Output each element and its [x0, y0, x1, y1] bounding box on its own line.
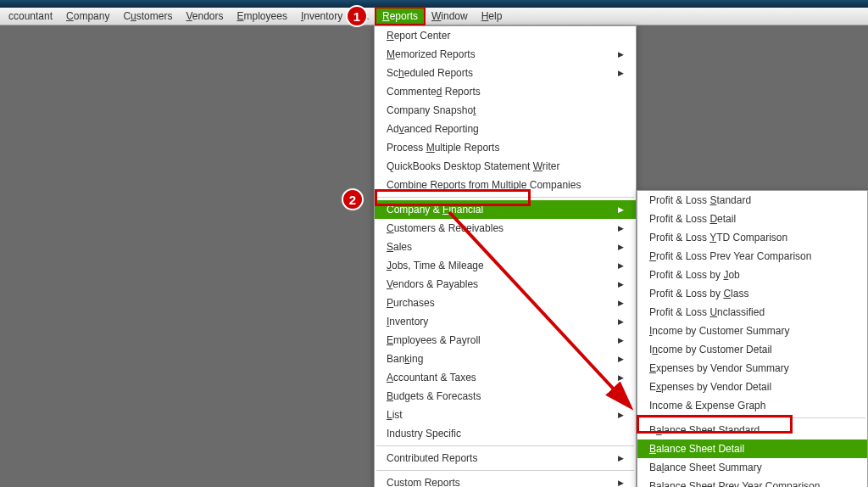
reports-custom-reports[interactable]: Custom Reports▶ — [375, 473, 636, 487]
reports-industry-specific[interactable]: Industry Specific — [375, 424, 636, 443]
menu-item-label: Customers & Receivables — [387, 222, 618, 234]
menu-company[interactable]: Company — [59, 8, 116, 25]
cf-profit-loss-by-job[interactable]: Profit & Loss by Job — [637, 266, 867, 284]
menu-item-label: Purchases — [387, 297, 618, 309]
menu-item-label: Advanced Reporting — [387, 123, 624, 135]
menu-reports[interactable]: Reports — [376, 8, 425, 25]
menu-item-label: Contributed Reports — [387, 452, 618, 464]
reports-list[interactable]: List▶ — [375, 406, 636, 424]
cf-balance-sheet-detail[interactable]: Balance Sheet Detail — [637, 439, 867, 458]
menu-item-label: Income & Expense Graph — [649, 400, 855, 411]
menu-item-label: Process Multiple Reports — [387, 142, 624, 154]
menu-item-label: Report Center — [387, 30, 624, 42]
menu-help[interactable]: Help — [475, 8, 509, 25]
menu-customers[interactable]: Customers — [116, 8, 179, 25]
reports-jobs-time-mileage[interactable]: Jobs, Time & Mileage▶ — [375, 256, 636, 275]
reports-quickbooks-desktop-statement-writer[interactable]: QuickBooks Desktop Statement Writer — [375, 157, 636, 176]
menu-employees[interactable]: Employees — [231, 8, 294, 25]
reports-vendors-payables[interactable]: Vendors & Payables▶ — [375, 275, 636, 294]
cf-profit-loss-ytd-comparison[interactable]: Profit & Loss YTD Comparison — [637, 228, 867, 247]
cf-profit-loss-detail[interactable]: Profit & Loss Detail — [637, 210, 867, 228]
menu-item-label: Profit & Loss Standard — [649, 194, 855, 206]
menu-item-label: Accountant & Taxes — [387, 372, 618, 383]
menu-item-label: Balance Sheet Standard — [649, 424, 855, 436]
reports-memorized-reports[interactable]: Memorized Reports▶ — [375, 45, 636, 64]
cf-balance-sheet-prev-year-comparison[interactable]: Balance Sheet Prev Year Comparison — [637, 477, 867, 487]
cf-balance-sheet-summary[interactable]: Balance Sheet Summary — [637, 458, 867, 477]
reports-inventory[interactable]: Inventory▶ — [375, 312, 636, 331]
chevron-right-icon: ▶ — [618, 261, 624, 270]
menu-item-label: Profit & Loss YTD Comparison — [649, 232, 855, 244]
chevron-right-icon: ▶ — [618, 479, 624, 487]
cf-profit-loss-prev-year-comparison[interactable]: Profit & Loss Prev Year Comparison — [637, 247, 867, 266]
cf-income-by-customer-detail[interactable]: Income by Customer Detail — [637, 340, 867, 359]
menu-divider — [376, 445, 634, 446]
menu-ccountant[interactable]: ccountant — [2, 8, 59, 25]
cf-income-by-customer-summary[interactable]: Income by Customer Summary — [637, 322, 867, 340]
menu-inventory[interactable]: Inventory — [294, 8, 349, 25]
menu-vendors[interactable]: Vendors — [179, 8, 230, 25]
menu-item-label: Expenses by Vendor Summary — [649, 362, 855, 374]
cf-expenses-by-vendor-summary[interactable]: Expenses by Vendor Summary — [637, 359, 867, 378]
reports-contributed-reports[interactable]: Contributed Reports▶ — [375, 449, 636, 467]
cf-profit-loss-by-class[interactable]: Profit & Loss by Class — [637, 284, 867, 303]
menu-item-label: Profit & Loss Prev Year Comparison — [649, 250, 855, 262]
menu-item-label: Expenses by Vendor Detail — [649, 381, 855, 393]
menu-item-label: Profit & Loss by Job — [649, 269, 855, 281]
chevron-right-icon: ▶ — [618, 317, 624, 326]
menu-item-label: Profit & Loss Unclassified — [649, 306, 855, 318]
reports-banking[interactable]: Banking▶ — [375, 350, 636, 368]
menu-item-label: Vendors & Payables — [387, 278, 618, 290]
chevron-right-icon: ▶ — [618, 69, 624, 77]
reports-advanced-reporting[interactable]: Advanced Reporting — [375, 120, 636, 138]
menu-window[interactable]: Window — [425, 8, 475, 25]
chevron-right-icon: ▶ — [618, 373, 624, 382]
menu-item-label: Profit & Loss by Class — [649, 288, 855, 299]
cf-balance-sheet-standard[interactable]: Balance Sheet Standard — [637, 421, 867, 439]
menu-item-label: Company Snapshot — [387, 104, 624, 116]
cf-profit-loss-unclassified[interactable]: Profit & Loss Unclassified — [637, 303, 867, 322]
menu-divider — [639, 417, 865, 418]
menu-item-label: Budgets & Forecasts — [387, 390, 618, 402]
titlebar — [0, 0, 868, 8]
menu-item-label: Profit & Loss Detail — [649, 213, 855, 225]
reports-scheduled-reports[interactable]: Scheduled Reports▶ — [375, 64, 636, 82]
cf-income-expense-graph[interactable]: Income & Expense Graph — [637, 396, 867, 415]
chevron-right-icon: ▶ — [618, 50, 624, 59]
reports-report-center[interactable]: Report Center — [375, 26, 636, 45]
menu-item-label: Scheduled Reports — [387, 67, 618, 79]
reports-purchases[interactable]: Purchases▶ — [375, 294, 636, 312]
reports-accountant-taxes[interactable]: Accountant & Taxes▶ — [375, 368, 636, 387]
company-financial-submenu: Profit & Loss StandardProfit & Loss Deta… — [637, 190, 868, 487]
chevron-right-icon: ▶ — [618, 224, 624, 232]
menu-item-label: List — [387, 409, 618, 421]
reports-employees-payroll[interactable]: Employees & Payroll▶ — [375, 331, 636, 350]
reports-sales[interactable]: Sales▶ — [375, 238, 636, 256]
reports-commented-reports[interactable]: Commented Reports — [375, 82, 636, 101]
menu-item-label: Balance Sheet Detail — [649, 443, 855, 455]
reports-company-financial[interactable]: Company & Financial▶ — [375, 200, 636, 219]
menu-divider — [376, 470, 634, 471]
menu-item-label: Balance Sheet Summary — [649, 462, 855, 473]
reports-company-snapshot[interactable]: Company Snapshot — [375, 101, 636, 120]
cf-expenses-by-vendor-detail[interactable]: Expenses by Vendor Detail — [637, 378, 867, 396]
callout-badge-2: 2 — [342, 188, 364, 210]
menu-item-label: Income by Customer Summary — [649, 325, 855, 337]
reports-budgets-forecasts[interactable]: Budgets & Forecasts▶ — [375, 387, 636, 406]
menu-divider — [376, 197, 634, 198]
menu-item-label: Sales — [387, 241, 618, 253]
menu-item-label: Memorized Reports — [387, 48, 618, 60]
chevron-right-icon: ▶ — [618, 205, 624, 214]
menu-item-label: QuickBooks Desktop Statement Writer — [387, 160, 624, 172]
menu-item-label: Industry Specific — [387, 428, 624, 439]
reports-process-multiple-reports[interactable]: Process Multiple Reports — [375, 138, 636, 157]
menu-item-label: Income by Customer Detail — [649, 344, 855, 355]
chevron-right-icon: ▶ — [618, 355, 624, 363]
chevron-right-icon: ▶ — [618, 454, 624, 462]
menu-item-label: Employees & Payroll — [387, 334, 618, 346]
menu-item-label: Balance Sheet Prev Year Comparison — [649, 480, 855, 487]
cf-profit-loss-standard[interactable]: Profit & Loss Standard — [637, 191, 867, 210]
reports-combine-reports-from-multiple-companies[interactable]: Combine Reports from Multiple Companies — [375, 176, 636, 194]
menu-item-label: Banking — [387, 353, 618, 365]
reports-customers-receivables[interactable]: Customers & Receivables▶ — [375, 219, 636, 238]
